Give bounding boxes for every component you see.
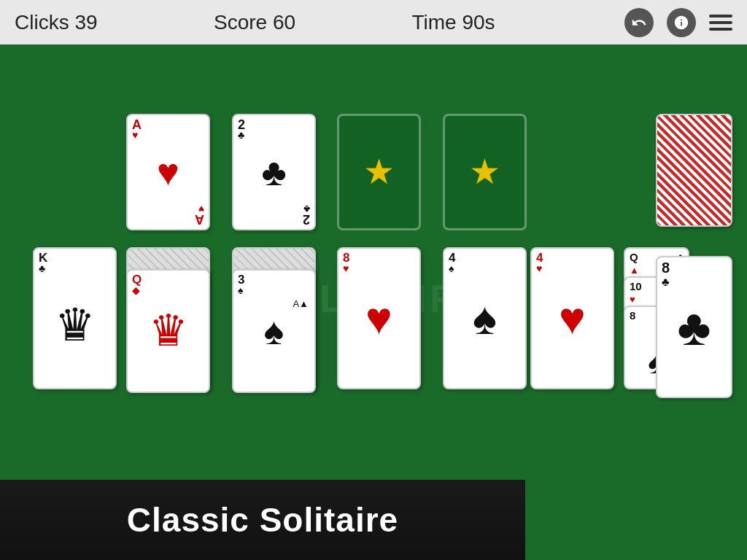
clicks-stat: Clicks 39 [15, 11, 98, 34]
card-suit-small: ♣ [39, 263, 45, 273]
undo-button[interactable] [624, 8, 654, 37]
card-suit-small: ♣ [238, 130, 244, 140]
card-suit-small: ♥ [132, 130, 138, 140]
card-rank-side: A▲ [293, 298, 309, 309]
time-stat: Time 90s [411, 11, 495, 34]
card-suit-small: ♥ [536, 263, 542, 273]
foundation-2-card[interactable]: 2 ♣ ♣ 2 ♣ [232, 114, 316, 230]
card-rank: Q [630, 252, 638, 262]
card-center: ♥ [559, 296, 586, 341]
card-center: ♛ [149, 309, 188, 353]
tableau-2-queen[interactable]: Q ◆ ♛ [126, 269, 210, 393]
card-suit-small: ◆ [132, 285, 140, 295]
card-center-king: ♛ [55, 303, 96, 348]
card-rank: 8 [662, 260, 670, 275]
card-suit-small-br: ♥ [198, 204, 204, 214]
card-back-pattern [657, 115, 731, 225]
foundation-3-slot[interactable]: ★ [337, 114, 421, 230]
info-button[interactable] [667, 8, 696, 37]
card-center: ♣ [261, 153, 286, 191]
tableau-3-card[interactable]: 3 ♠ A▲ ♠ [232, 269, 316, 393]
card-suit-2: ▲ [630, 265, 639, 276]
card-center: ♥ [365, 296, 392, 341]
waste-card[interactable]: 8 ♣ ♣ [656, 256, 732, 398]
tableau-6-card[interactable]: 4 ♥ ♥ [530, 247, 614, 389]
card-center: ♠ [473, 296, 497, 341]
card-suit-small: ♣ [662, 276, 670, 288]
game-title: Classic Solitaire [127, 500, 398, 540]
card-rank: 10 [630, 281, 642, 292]
card-suit-small: ♠ [238, 285, 243, 295]
foundation-star-4: ★ [469, 155, 500, 190]
tableau-5-card[interactable]: 4 ♠ ♠ [443, 247, 527, 389]
stock-pile[interactable] [656, 114, 732, 227]
card-suit-small: ♥ [343, 263, 349, 273]
card-center: ♠ [264, 312, 285, 350]
game-table: SOLITAIRE A ♥ ♥ A ♥ 2 ♣ ♣ 2 ♣ ★ ★ K ♣ ♛ … [0, 44, 747, 560]
foundation-1-card[interactable]: A ♥ ♥ A ♥ [126, 114, 210, 230]
topbar: Clicks 39 Score 60 Time 90s [0, 0, 747, 44]
game-title-banner: Classic Solitaire [0, 480, 525, 560]
tableau-4-card[interactable]: 8 ♥ ♥ [337, 247, 421, 389]
card-center: ♥ [157, 153, 179, 191]
card-suit-small: ♠ [449, 263, 454, 273]
score-stat: Score 60 [214, 11, 295, 34]
card-center-clubs: ♣ [678, 298, 711, 357]
tableau-1-card[interactable]: K ♣ ♛ [33, 247, 117, 389]
foundation-star-3: ★ [363, 155, 395, 190]
card-suit-2: ♥ [630, 294, 635, 305]
foundation-4-slot[interactable]: ★ [443, 114, 527, 230]
card-suit-small-br: ♣ [303, 204, 310, 214]
card-rank: 8 [630, 310, 635, 321]
menu-button[interactable] [709, 15, 732, 31]
